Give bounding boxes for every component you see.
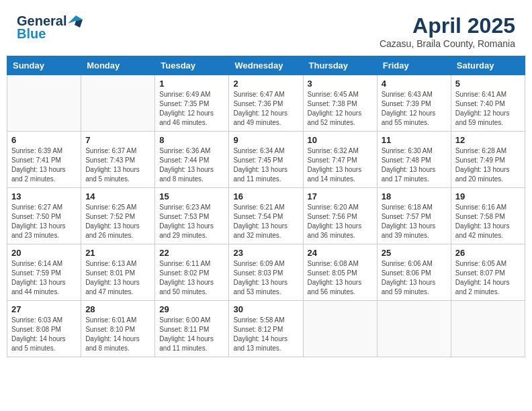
calendar-cell: 14Sunrise: 6:25 AMSunset: 7:52 PMDayligh… bbox=[81, 188, 155, 244]
week-row-5: 27Sunrise: 6:03 AMSunset: 8:08 PMDayligh… bbox=[7, 301, 525, 357]
calendar-cell bbox=[451, 301, 525, 357]
day-number: 11 bbox=[382, 135, 447, 145]
header-row: Sunday Monday Tuesday Wednesday Thursday… bbox=[7, 56, 525, 75]
day-number: 20 bbox=[11, 248, 77, 258]
day-info: Sunrise: 6:36 AMSunset: 7:44 PMDaylight:… bbox=[159, 146, 224, 184]
calendar-table: Sunday Monday Tuesday Wednesday Thursday… bbox=[7, 56, 525, 357]
header-wednesday: Wednesday bbox=[229, 56, 303, 75]
calendar-cell bbox=[81, 75, 155, 132]
calendar-cell: 16Sunrise: 6:21 AMSunset: 7:54 PMDayligh… bbox=[229, 188, 303, 244]
day-number: 24 bbox=[308, 248, 373, 258]
day-number: 3 bbox=[308, 79, 373, 89]
day-info: Sunrise: 6:01 AMSunset: 8:10 PMDaylight:… bbox=[85, 316, 150, 353]
day-info: Sunrise: 6:43 AMSunset: 7:39 PMDaylight:… bbox=[382, 90, 447, 128]
calendar-cell: 3Sunrise: 6:45 AMSunset: 7:38 PMDaylight… bbox=[303, 75, 377, 132]
day-number: 29 bbox=[159, 304, 224, 314]
day-info: Sunrise: 6:32 AMSunset: 7:47 PMDaylight:… bbox=[308, 146, 373, 184]
week-row-3: 13Sunrise: 6:27 AMSunset: 7:50 PMDayligh… bbox=[7, 188, 525, 244]
day-number: 21 bbox=[85, 248, 150, 258]
day-number: 28 bbox=[85, 304, 150, 314]
day-number: 25 bbox=[382, 248, 447, 258]
day-info: Sunrise: 6:00 AMSunset: 8:11 PMDaylight:… bbox=[159, 316, 224, 353]
header-sunday: Sunday bbox=[7, 56, 81, 75]
day-number: 1 bbox=[159, 79, 224, 89]
day-info: Sunrise: 6:20 AMSunset: 7:56 PMDaylight:… bbox=[308, 203, 373, 240]
day-number: 13 bbox=[11, 191, 77, 201]
calendar-cell: 19Sunrise: 6:16 AMSunset: 7:58 PMDayligh… bbox=[451, 188, 525, 244]
week-row-2: 6Sunrise: 6:39 AMSunset: 7:41 PMDaylight… bbox=[7, 132, 525, 188]
calendar-cell: 1Sunrise: 6:49 AMSunset: 7:35 PMDaylight… bbox=[155, 75, 229, 132]
day-number: 6 bbox=[11, 135, 77, 145]
day-number: 17 bbox=[308, 191, 373, 201]
day-number: 27 bbox=[11, 304, 77, 314]
calendar-cell: 29Sunrise: 6:00 AMSunset: 8:11 PMDayligh… bbox=[155, 301, 229, 357]
day-number: 16 bbox=[233, 191, 298, 201]
day-info: Sunrise: 6:08 AMSunset: 8:05 PMDaylight:… bbox=[308, 259, 373, 297]
calendar-cell: 20Sunrise: 6:14 AMSunset: 7:59 PMDayligh… bbox=[7, 244, 81, 301]
day-info: Sunrise: 6:06 AMSunset: 8:06 PMDaylight:… bbox=[382, 259, 447, 297]
calendar-cell: 22Sunrise: 6:11 AMSunset: 8:02 PMDayligh… bbox=[155, 244, 229, 301]
logo-bird-icon bbox=[68, 15, 83, 28]
header-monday: Monday bbox=[81, 56, 155, 75]
day-info: Sunrise: 6:16 AMSunset: 7:58 PMDaylight:… bbox=[455, 203, 521, 240]
day-info: Sunrise: 6:41 AMSunset: 7:40 PMDaylight:… bbox=[455, 90, 521, 128]
calendar-cell: 10Sunrise: 6:32 AMSunset: 7:47 PMDayligh… bbox=[303, 132, 377, 188]
day-number: 8 bbox=[159, 135, 224, 145]
day-number: 18 bbox=[382, 191, 447, 201]
day-info: Sunrise: 6:03 AMSunset: 8:08 PMDaylight:… bbox=[11, 316, 77, 353]
week-row-4: 20Sunrise: 6:14 AMSunset: 7:59 PMDayligh… bbox=[7, 244, 525, 301]
day-info: Sunrise: 6:11 AMSunset: 8:02 PMDaylight:… bbox=[159, 259, 224, 297]
day-number: 14 bbox=[85, 191, 150, 201]
day-info: Sunrise: 6:23 AMSunset: 7:53 PMDaylight:… bbox=[159, 203, 224, 240]
day-info: Sunrise: 6:47 AMSunset: 7:36 PMDaylight:… bbox=[233, 90, 298, 128]
calendar-cell bbox=[377, 301, 451, 357]
calendar-cell: 13Sunrise: 6:27 AMSunset: 7:50 PMDayligh… bbox=[7, 188, 81, 244]
week-row-1: 1Sunrise: 6:49 AMSunset: 7:35 PMDaylight… bbox=[7, 75, 525, 132]
calendar-cell: 9Sunrise: 6:34 AMSunset: 7:45 PMDaylight… bbox=[229, 132, 303, 188]
calendar-cell: 24Sunrise: 6:08 AMSunset: 8:05 PMDayligh… bbox=[303, 244, 377, 301]
day-info: Sunrise: 6:14 AMSunset: 7:59 PMDaylight:… bbox=[11, 259, 77, 297]
day-info: Sunrise: 6:37 AMSunset: 7:43 PMDaylight:… bbox=[85, 146, 150, 184]
calendar-cell bbox=[7, 75, 81, 132]
logo-blue: Blue bbox=[17, 26, 46, 42]
month-title: April 2025 bbox=[380, 13, 515, 38]
day-number: 15 bbox=[159, 191, 224, 201]
day-info: Sunrise: 6:09 AMSunset: 8:03 PMDaylight:… bbox=[233, 259, 298, 297]
calendar-cell: 4Sunrise: 6:43 AMSunset: 7:39 PMDaylight… bbox=[377, 75, 451, 132]
calendar-cell: 26Sunrise: 6:05 AMSunset: 8:07 PMDayligh… bbox=[451, 244, 525, 301]
day-info: Sunrise: 6:45 AMSunset: 7:38 PMDaylight:… bbox=[308, 90, 373, 128]
calendar-cell: 12Sunrise: 6:28 AMSunset: 7:49 PMDayligh… bbox=[451, 132, 525, 188]
calendar-cell: 11Sunrise: 6:30 AMSunset: 7:48 PMDayligh… bbox=[377, 132, 451, 188]
calendar-cell: 7Sunrise: 6:37 AMSunset: 7:43 PMDaylight… bbox=[81, 132, 155, 188]
calendar-cell: 21Sunrise: 6:13 AMSunset: 8:01 PMDayligh… bbox=[81, 244, 155, 301]
day-number: 26 bbox=[455, 248, 521, 258]
header-saturday: Saturday bbox=[451, 56, 525, 75]
day-number: 22 bbox=[159, 248, 224, 258]
subtitle: Cazasu, Braila County, Romania bbox=[380, 38, 515, 49]
day-info: Sunrise: 6:18 AMSunset: 7:57 PMDaylight:… bbox=[382, 203, 447, 240]
day-info: Sunrise: 6:30 AMSunset: 7:48 PMDaylight:… bbox=[382, 146, 447, 184]
calendar-cell: 25Sunrise: 6:06 AMSunset: 8:06 PMDayligh… bbox=[377, 244, 451, 301]
calendar-cell: 8Sunrise: 6:36 AMSunset: 7:44 PMDaylight… bbox=[155, 132, 229, 188]
logo: General Blue bbox=[17, 13, 83, 42]
day-info: Sunrise: 6:05 AMSunset: 8:07 PMDaylight:… bbox=[455, 259, 521, 297]
header: General Blue April 2025 Cazasu, Braila C… bbox=[7, 7, 525, 52]
day-number: 30 bbox=[233, 304, 298, 314]
title-area: April 2025 Cazasu, Braila County, Romani… bbox=[380, 13, 515, 49]
day-info: Sunrise: 6:25 AMSunset: 7:52 PMDaylight:… bbox=[85, 203, 150, 240]
calendar-cell: 15Sunrise: 6:23 AMSunset: 7:53 PMDayligh… bbox=[155, 188, 229, 244]
header-tuesday: Tuesday bbox=[155, 56, 229, 75]
calendar-cell: 17Sunrise: 6:20 AMSunset: 7:56 PMDayligh… bbox=[303, 188, 377, 244]
calendar-cell bbox=[303, 301, 377, 357]
day-info: Sunrise: 6:13 AMSunset: 8:01 PMDaylight:… bbox=[85, 259, 150, 297]
calendar-cell: 18Sunrise: 6:18 AMSunset: 7:57 PMDayligh… bbox=[377, 188, 451, 244]
header-thursday: Thursday bbox=[303, 56, 377, 75]
calendar-cell: 6Sunrise: 6:39 AMSunset: 7:41 PMDaylight… bbox=[7, 132, 81, 188]
day-number: 7 bbox=[85, 135, 150, 145]
day-info: Sunrise: 6:39 AMSunset: 7:41 PMDaylight:… bbox=[11, 146, 77, 184]
day-number: 19 bbox=[455, 191, 521, 201]
day-info: Sunrise: 6:27 AMSunset: 7:50 PMDaylight:… bbox=[11, 203, 77, 240]
day-number: 10 bbox=[308, 135, 373, 145]
day-number: 2 bbox=[233, 79, 298, 89]
calendar-cell: 2Sunrise: 6:47 AMSunset: 7:36 PMDaylight… bbox=[229, 75, 303, 132]
